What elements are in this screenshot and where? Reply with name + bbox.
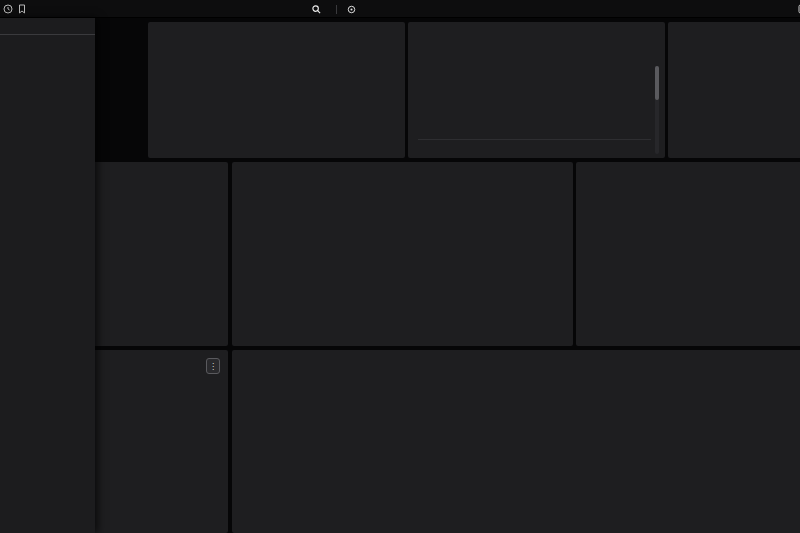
divider [0, 34, 95, 35]
top-bar [0, 0, 800, 18]
sha-detections-card [408, 22, 665, 158]
falcon-dashboard: ⋮ [0, 0, 800, 533]
endpoint-security-menu [0, 18, 95, 533]
card-menu-icon[interactable]: ⋮ [206, 358, 220, 374]
new-detections-card [148, 22, 405, 158]
divider [336, 5, 337, 14]
topbar-right [792, 0, 800, 18]
prevented-malware-card [668, 22, 800, 158]
bookmark-icon[interactable] [16, 3, 28, 15]
hunting-leads-card [232, 162, 573, 346]
topbar-center [312, 0, 361, 18]
scrollbar-thumb[interactable] [655, 66, 659, 100]
scrollbar[interactable] [655, 66, 659, 154]
recent-detections-card [232, 350, 800, 533]
sha-total-row [418, 139, 651, 144]
search-icon[interactable] [312, 5, 321, 14]
overwatch-card [576, 162, 800, 346]
charlotte-ai-icon[interactable] [347, 5, 356, 14]
history-icon[interactable] [2, 3, 14, 15]
